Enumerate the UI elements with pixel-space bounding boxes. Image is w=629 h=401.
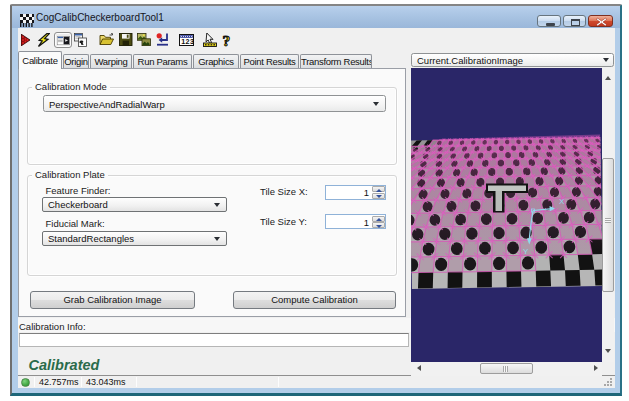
- svg-text:X: X: [559, 197, 565, 206]
- svg-text:Y: Y: [523, 247, 529, 256]
- svg-text:123: 123: [181, 37, 194, 46]
- svg-text:?: ?: [222, 32, 230, 48]
